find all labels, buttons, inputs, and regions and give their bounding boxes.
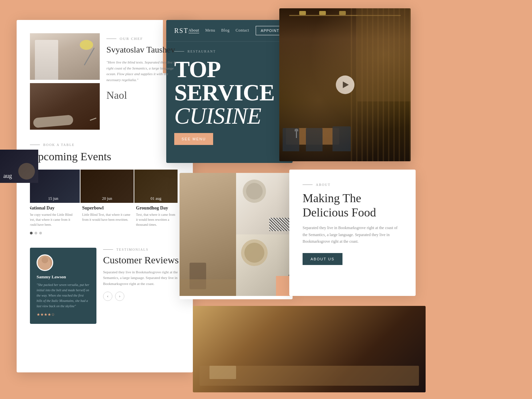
event-overlap-left: aug xyxy=(0,150,38,183)
about-title: Making The Delicious Food xyxy=(303,191,402,220)
events-inner: 15 jun National Day The copy warned the … xyxy=(30,170,180,227)
about-label: ABOUT xyxy=(303,183,402,187)
nav-arrows: ‹ › xyxy=(103,292,180,301)
reviewer-quote: "She packed her seven versalia, put her … xyxy=(37,282,90,309)
restaurant-photo xyxy=(279,8,411,161)
testimonial-section: Sammy Lawson "She packed her seven versa… xyxy=(17,241,193,331)
testimonial-card: Sammy Lawson "She packed her seven versa… xyxy=(30,248,96,324)
events-overflow: 15 jun National Day The copy warned the … xyxy=(30,170,180,227)
reviewer-name: Sammy Lawson xyxy=(37,274,90,280)
event-title-1: National Day xyxy=(30,205,80,211)
play-icon xyxy=(343,81,349,88)
hero-title-cuisine: CUISINE xyxy=(174,103,261,129)
play-button[interactable] xyxy=(336,75,354,94)
overlap-date: aug xyxy=(3,173,12,180)
nav-contact[interactable]: Contact xyxy=(236,28,249,33)
event-desc-1: The copy warned the Little Blind Text, t… xyxy=(30,212,80,227)
restaurant-photo-card xyxy=(279,8,411,161)
next-arrow[interactable]: › xyxy=(115,292,124,301)
upcoming-title: Upcoming Events xyxy=(30,150,180,164)
event-card-3[interactable]: 01 aug Groundhog Day Text, that where it… xyxy=(134,170,178,227)
chef-name: Svyatoslav Taushev xyxy=(106,45,180,55)
event-title-2: Superbowl xyxy=(80,205,134,211)
about-card: ABOUT Making The Delicious Food Separate… xyxy=(289,170,416,296)
event-desc-3: Text, that where it came from it would b… xyxy=(134,212,178,227)
nav-menu[interactable]: Menu xyxy=(205,28,215,33)
chef-quote: "Here live the blind texts. Separated th… xyxy=(106,60,180,83)
chef-info: OUR CHEF Svyatoslav Taushev "Here live t… xyxy=(106,33,180,130)
food-photo-topright xyxy=(236,173,293,234)
reviews-title: Customer Reviews xyxy=(103,254,180,266)
chef-image-bottom xyxy=(30,83,100,130)
reviewer-avatar xyxy=(37,254,53,271)
about-desc: Separated they live in Bookmarksgrove ri… xyxy=(303,224,402,245)
food-photo-bottomright xyxy=(236,234,293,296)
event-image-2: 20 jun xyxy=(80,170,134,203)
see-menu-button[interactable]: SEE MENU xyxy=(174,133,213,145)
stars: ★★★★☆ xyxy=(37,312,90,317)
event-card-2[interactable]: 20 jun Superbowl Little Blind Text, that… xyxy=(80,170,134,227)
chef-section: OUR CHEF Svyatoslav Taushev "Here live t… xyxy=(17,20,193,140)
chef-images xyxy=(30,33,100,130)
chef-signature: Naol xyxy=(106,89,180,101)
strip-photo xyxy=(193,306,426,392)
food-grid-container xyxy=(180,173,293,299)
book-table-label: BOOK A TABLE xyxy=(30,143,180,147)
dot-1[interactable] xyxy=(30,232,33,234)
hero-title-service: SERVICE xyxy=(174,80,275,105)
event-title-3: Groundhog Day xyxy=(134,205,178,211)
event-image-3: 01 aug xyxy=(134,170,178,203)
hero-title: TOP SERVICE CUISINE xyxy=(174,58,285,128)
dot-2[interactable] xyxy=(35,232,37,234)
hero-title-top: TOP xyxy=(174,57,221,82)
wine-rack xyxy=(351,8,411,161)
about-us-button[interactable]: ABOUT US xyxy=(303,253,342,265)
nav-blog[interactable]: Blog xyxy=(221,28,229,33)
chef-image-top xyxy=(30,33,100,80)
reviews-info: TESTIMONIALS Customer Reviews Separated … xyxy=(103,248,180,324)
bottom-strip-card xyxy=(193,306,426,392)
nav-about[interactable]: About xyxy=(189,28,200,33)
nav-links: About Menu Blog Contact xyxy=(189,28,249,33)
our-chef-label: OUR CHEF xyxy=(106,37,180,41)
event-desc-2: Little Blind Text, that where it came fr… xyxy=(80,212,134,222)
hero-content: RESTAURANT TOP SERVICE CUISINE SEE MENU xyxy=(166,42,293,152)
left-card: OUR CHEF Svyatoslav Taushev "Here live t… xyxy=(17,20,193,372)
prev-arrow[interactable]: ‹ xyxy=(103,292,112,301)
food-photo-main xyxy=(180,173,236,296)
carousel-dots xyxy=(30,232,180,234)
testimonials-label: TESTIMONIALS xyxy=(103,248,180,251)
navbar: RST About Menu Blog Contact APPOINTMENT xyxy=(166,20,293,42)
hero-card: RST About Menu Blog Contact APPOINTMENT … xyxy=(166,20,293,163)
dot-3[interactable] xyxy=(39,232,42,234)
restaurant-label: RESTAURANT xyxy=(174,50,285,53)
reviews-desc: Separated they live in Bookmarksgrove ri… xyxy=(103,269,180,287)
